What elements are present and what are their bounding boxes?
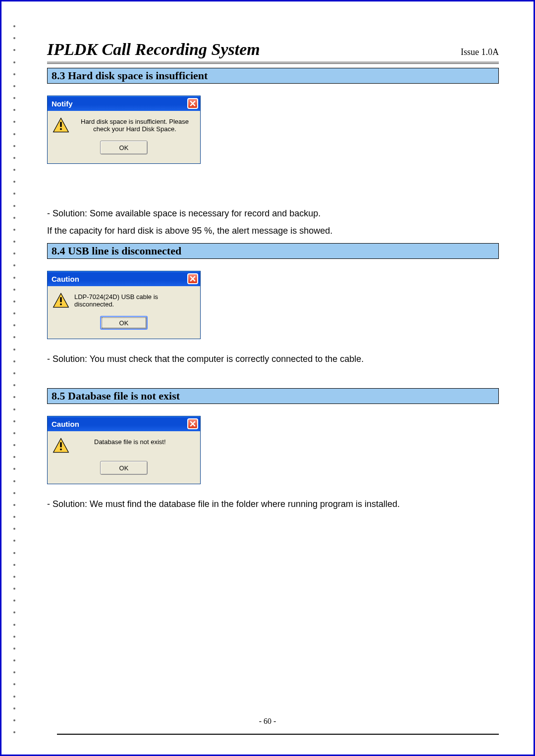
- section-heading-8-4: 8.4 USB line is disconnected: [47, 243, 499, 259]
- warning-icon: [53, 292, 69, 309]
- section-heading-8-3: 8.3 Hard disk space is insufficient: [47, 68, 499, 84]
- warning-icon: [53, 117, 69, 134]
- dialog-title-text: Caution: [52, 275, 79, 283]
- solution-text-8-3: - Solution: Some available space is nece…: [47, 208, 499, 219]
- document-title: IPLDK Call Recording System: [47, 40, 260, 59]
- svg-point-2: [60, 128, 62, 130]
- section-heading-8-5: 8.5 Database file is not exist: [47, 388, 499, 404]
- svg-point-8: [60, 449, 62, 451]
- ok-button[interactable]: OK: [100, 461, 148, 475]
- footer-rule: [57, 734, 499, 735]
- dialog-titlebar: Caution: [48, 271, 200, 286]
- close-button[interactable]: [187, 273, 198, 284]
- dialog-caution-usb: Caution LDP-7024(24D) USB cable is disco…: [47, 271, 201, 339]
- page-number: - 60 -: [1, 717, 534, 726]
- document-header: IPLDK Call Recording System Issue 1.0A: [47, 40, 499, 64]
- dialog-titlebar: Notify: [48, 96, 200, 111]
- dialog-titlebar: Caution: [48, 416, 200, 431]
- warning-icon: [53, 437, 69, 454]
- spiral-binding-dots: [13, 25, 16, 734]
- solution-text-8-4: - Solution: You must check that the comp…: [47, 354, 499, 364]
- svg-point-5: [60, 303, 62, 305]
- close-icon: [190, 101, 196, 106]
- svg-rect-1: [60, 122, 61, 127]
- dialog-caution-db: Caution Database file is not exist! OK: [47, 416, 201, 484]
- solution-text-8-5: - Solution: We must find the database fi…: [47, 499, 499, 509]
- document-issue: Issue 1.0A: [461, 47, 499, 57]
- close-button[interactable]: [187, 98, 198, 109]
- dialog-notify: Notify Hard disk space is insufficient. …: [47, 96, 201, 164]
- dialog-title-text: Notify: [52, 100, 73, 108]
- dialog-message: Database file is not exist!: [74, 437, 195, 446]
- close-button[interactable]: [187, 418, 198, 429]
- dialog-title-text: Caution: [52, 420, 79, 428]
- svg-rect-7: [60, 442, 61, 447]
- close-icon: [190, 276, 196, 282]
- note-text-8-3: If the capacity for hard disk is above 9…: [47, 226, 499, 236]
- close-icon: [190, 421, 196, 427]
- ok-button[interactable]: OK: [100, 141, 148, 154]
- dialog-message: Hard disk space is insufficient. Please …: [74, 117, 195, 133]
- svg-rect-4: [60, 297, 61, 302]
- dialog-message: LDP-7024(24D) USB cable is disconnected.: [74, 292, 195, 308]
- ok-button[interactable]: OK: [100, 316, 148, 330]
